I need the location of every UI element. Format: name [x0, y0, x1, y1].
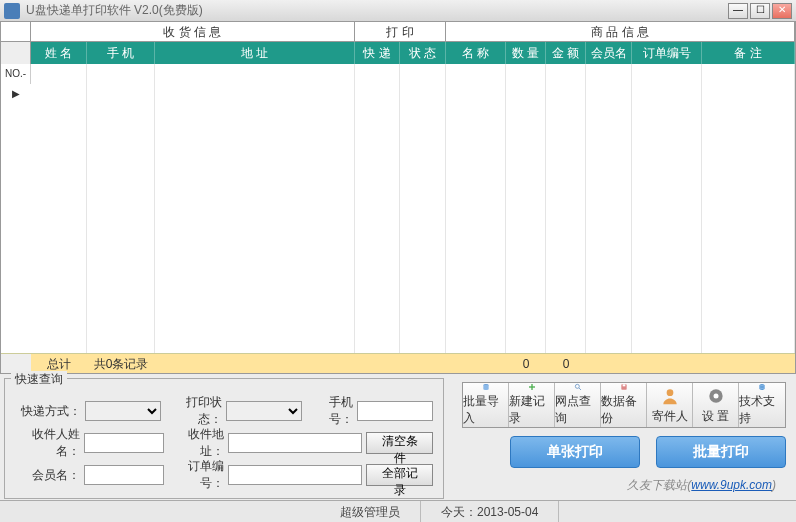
app-icon	[4, 3, 20, 19]
total-row: 总计 共0条记录 0 0	[1, 353, 795, 373]
clear-conditions-button[interactable]: 清空条件	[366, 432, 433, 454]
label-member: 会员名：	[15, 467, 80, 484]
disk-icon	[614, 383, 634, 391]
col-status[interactable]: 状 态	[400, 42, 446, 64]
recv-addr-input[interactable]	[228, 433, 362, 453]
group-print: 打 印	[355, 22, 446, 41]
quick-query-panel: 快速查询 快递方式： 打印状态： 手机号： 收件人姓名： 收件地址： 清空条件 …	[4, 378, 444, 499]
sender-button[interactable]: 寄件人	[647, 383, 693, 427]
phone-input[interactable]	[357, 401, 433, 421]
batch-print-button[interactable]: 批量打印	[656, 436, 786, 468]
plus-icon	[522, 383, 542, 391]
courier-method-select[interactable]	[85, 401, 161, 421]
group-receive: 收 货 信 息	[31, 22, 355, 41]
group-header-row: 收 货 信 息 打 印 商 品 信 息	[1, 22, 795, 42]
col-amount[interactable]: 金 额	[546, 42, 586, 64]
recv-name-input[interactable]	[84, 433, 164, 453]
watermark-link[interactable]: www.9upk.com	[691, 478, 772, 492]
group-goods: 商 品 信 息	[446, 22, 795, 41]
data-grid: 收 货 信 息 打 印 商 品 信 息 姓 名 手 机 地 址 快 递 状 态 …	[0, 22, 796, 374]
print-status-select[interactable]	[226, 401, 302, 421]
label-orderno: 订单编号：	[168, 458, 224, 492]
svg-point-10	[759, 384, 765, 390]
watermark: 久友下载站(www.9upk.com)	[627, 477, 776, 494]
col-orderno[interactable]: 订单编号	[632, 42, 702, 64]
label-phone: 手机号：	[306, 394, 353, 428]
status-bar: 超级管理员 今天：2013-05-04	[0, 500, 796, 522]
support-button[interactable]: 技术支持	[739, 383, 785, 427]
settings-button[interactable]: 设 置	[693, 383, 739, 427]
label-recv-addr: 收件地址：	[168, 426, 224, 460]
new-record-button[interactable]: 新建记录	[509, 383, 555, 427]
lookup-button[interactable]: 网点查询	[555, 383, 601, 427]
window-title: U盘快递单打印软件 V2.0(免费版)	[26, 2, 728, 19]
single-print-button[interactable]: 单张打印	[510, 436, 640, 468]
svg-line-4	[579, 388, 581, 390]
total-amount: 0	[546, 354, 586, 373]
svg-point-7	[666, 389, 673, 396]
col-qty[interactable]: 数 量	[506, 42, 546, 64]
gear-icon	[706, 386, 726, 406]
close-button[interactable]: ✕	[772, 3, 792, 19]
panel-title: 快速查询	[11, 371, 67, 388]
label-recv-name: 收件人姓名：	[15, 426, 80, 460]
all-records-button[interactable]: 全部记录	[366, 464, 433, 486]
batch-import-button[interactable]: 批量导入	[463, 383, 509, 427]
total-summary: 共0条记录	[87, 354, 155, 373]
person-icon	[660, 386, 680, 406]
member-input[interactable]	[84, 465, 164, 485]
globe-icon	[752, 383, 772, 391]
orderno-input[interactable]	[228, 465, 362, 485]
col-remark[interactable]: 备 注	[702, 42, 795, 64]
grid-body[interactable]: NO.-▶	[1, 64, 795, 353]
maximize-button[interactable]: ☐	[750, 3, 770, 19]
toolbar: 批量导入 新建记录 网点查询 数据备份 寄件人 设 置 技术支持 单张打印 批量…	[462, 382, 786, 468]
row-header: NO.-▶	[1, 64, 31, 84]
titlebar: U盘快递单打印软件 V2.0(免费版) — ☐ ✕	[0, 0, 796, 22]
col-name[interactable]: 姓 名	[31, 42, 87, 64]
col-member[interactable]: 会员名	[586, 42, 632, 64]
search-icon	[568, 383, 588, 391]
label-courier-method: 快递方式：	[15, 403, 81, 420]
col-address[interactable]: 地 址	[155, 42, 355, 64]
database-icon	[476, 383, 496, 391]
col-courier[interactable]: 快 递	[355, 42, 400, 64]
svg-rect-2	[529, 386, 535, 387]
col-phone[interactable]: 手 机	[87, 42, 155, 64]
backup-button[interactable]: 数据备份	[601, 383, 647, 427]
column-header-row: 姓 名 手 机 地 址 快 递 状 态 名 称 数 量 金 额 会员名 订单编号…	[1, 42, 795, 64]
svg-point-9	[713, 393, 718, 398]
total-qty: 0	[506, 354, 546, 373]
status-today: 今天：2013-05-04	[421, 501, 559, 523]
status-user: 超级管理员	[320, 501, 421, 523]
col-gname[interactable]: 名 称	[446, 42, 506, 64]
minimize-button[interactable]: —	[728, 3, 748, 19]
label-print-status: 打印状态：	[165, 394, 222, 428]
svg-point-3	[575, 384, 579, 388]
svg-rect-6	[622, 384, 625, 386]
